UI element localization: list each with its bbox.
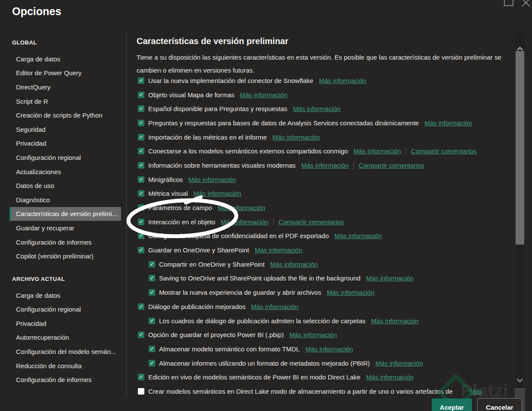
feature-checkbox[interactable]: ✓ [138, 176, 144, 183]
feature-row: ✓MinigráficosMás información [137, 172, 482, 187]
sidebar-item-carga-de-datos[interactable]: Carga de datos [10, 52, 121, 66]
sidebar-item-editor-de-power-query[interactable]: Editor de Power Query [10, 66, 121, 80]
more-info-link[interactable]: Más información [293, 105, 341, 112]
feature-checkbox[interactable]: ✓ [138, 233, 144, 239]
more-info-link[interactable]: Más información [306, 345, 353, 353]
feature-checkbox[interactable]: ✓ [138, 120, 144, 126]
feature-row: ✓Almacenar informes utilizando un format… [137, 356, 482, 370]
feature-checkbox[interactable]: ✓ [138, 190, 144, 197]
feature-checkbox[interactable]: ✓ [138, 331, 144, 338]
sidebar-item-creaci-n-de-scripts-de-python[interactable]: Creación de scripts de Python [10, 108, 121, 122]
more-info-link[interactable]: Más información [272, 134, 320, 141]
sidebar-item-configuraci-n-del-modelo-sem-n[interactable]: Configuración del modelo semán... [10, 344, 121, 359]
sidebar-item-datos-de-uso[interactable]: Datos de uso [10, 178, 121, 193]
sidebar-section-list: Carga de datosEditor de Power QueryDirec… [10, 52, 121, 263]
chevron-down-icon [516, 378, 523, 382]
feature-label: Los cuadros de diálogo de publicación ad… [159, 317, 366, 325]
feature-checkbox[interactable]: ✓ [138, 374, 144, 380]
feature-checkbox[interactable]: ✓ [149, 346, 155, 352]
link-separator [354, 162, 354, 169]
more-info-link[interactable]: Más información [194, 190, 241, 197]
feature-label: Minigráficos [148, 176, 183, 183]
sidebar-item-guardar-y-recuperar[interactable]: Guardar y recuperar [10, 221, 121, 235]
more-info-link[interactable]: Más información [270, 261, 318, 268]
sidebar-item-configuraci-n-regional[interactable]: Configuración regional [10, 303, 121, 317]
sidebar-item-configuraci-n-regional[interactable]: Configuración regional [10, 150, 121, 165]
feature-row: ✓Almacenar modelo semántico con formato … [137, 342, 482, 356]
feature-label: Objeto visual Mapa de formas [148, 91, 234, 99]
cancel-button[interactable]: Cancelar [477, 398, 522, 411]
sidebar-item-actualizaciones[interactable]: Actualizaciones [10, 165, 121, 179]
feature-checkbox[interactable]: ✓ [149, 289, 155, 296]
feature-label: Importación de las métricas en el inform… [148, 134, 267, 141]
maximize-icon[interactable] [504, 0, 513, 6]
more-info-link[interactable]: Más información [424, 119, 472, 127]
feature-label: Saving to OneDrive and SharePoint upload… [159, 274, 360, 282]
scroll-up-button[interactable] [516, 32, 524, 53]
feature-checkbox[interactable]: ✓ [138, 92, 144, 98]
sidebar-item-reducci-n-de-consulta[interactable]: Reducción de consulta [10, 359, 121, 373]
sidebar-item-script-de-r[interactable]: Script de R [10, 94, 121, 108]
more-info-link[interactable]: Más información [376, 360, 423, 367]
more-info-link[interactable]: Más información [354, 147, 401, 155]
feature-checkbox[interactable]: ✓ [138, 105, 144, 112]
sidebar-item-privacidad[interactable]: Privacidad [10, 137, 121, 151]
feature-label: Compartir en OneDrive y SharePoint [159, 261, 264, 268]
feature-checkbox[interactable]: ✓ [138, 77, 144, 84]
feature-row: ✓Los cuadros de diálogo de publicación a… [137, 314, 482, 328]
feature-checkbox[interactable]: ✓ [138, 219, 144, 225]
feature-label: Métrica visual [148, 190, 188, 197]
more-info-link[interactable]: Más información [366, 373, 414, 381]
more-info-link[interactable]: Más información [371, 317, 419, 325]
feature-checkbox[interactable]: ✓ [149, 318, 155, 324]
feature-checkbox[interactable]: ✓ [149, 360, 155, 366]
feature-row: ✓Guardar en OneDrive y SharePointMás inf… [137, 243, 482, 257]
more-info-link[interactable]: Más información [319, 77, 366, 84]
chevron-up-icon [516, 47, 523, 51]
feature-row: ✓Mostrar la nueva experiencia de guardar… [137, 285, 482, 299]
more-info-link[interactable]: Más información [255, 246, 302, 254]
sidebar-item-autorrecuperaci-n[interactable]: Autorrecuperación [10, 331, 121, 345]
feature-label: Almacenar informes utilizando un formato… [159, 360, 370, 367]
more-info-link[interactable]: Más información [240, 91, 287, 99]
sidebar-item-caracter-sticas-de-versi-n-prelimi[interactable]: Características de versión prelimi... [10, 207, 121, 221]
scrollbar-thumb[interactable] [516, 51, 524, 245]
feature-row: ✓Diálogo de publicación mejoradosMás inf… [137, 299, 482, 314]
feature-checkbox[interactable]: ✓ [138, 303, 144, 310]
feature-checkbox[interactable]: ✓ [149, 261, 155, 268]
sidebar-item-configuraci-n-de-informes[interactable]: Configuración de informes [10, 373, 121, 387]
sidebar-item-seguridad[interactable]: Seguridad [10, 122, 121, 137]
share-feedback-link[interactable]: Compartir comentarios [278, 218, 344, 226]
feature-checkbox[interactable]: ✓ [149, 275, 155, 281]
sidebar-item-privacidad[interactable]: Privacidad [10, 316, 121, 331]
sidebar-item-copilot-versi-n-preliminar[interactable]: Copilot (versión preliminar) [10, 249, 121, 263]
feature-checkbox[interactable]: ✓ [138, 134, 144, 140]
feature-checkbox[interactable]: ✓ [138, 162, 144, 169]
more-info-link[interactable]: Más información [301, 162, 349, 169]
share-feedback-link[interactable]: Compartir comentarios [359, 162, 424, 169]
feature-row: ✓Español disponible para Preguntas y res… [137, 102, 482, 116]
feature-checkbox[interactable]: ✓ [138, 204, 144, 211]
more-info-link[interactable]: Más información [251, 303, 299, 310]
feature-row: ✓Interacción en el objetoMás información… [137, 215, 482, 229]
accept-button[interactable]: Aceptar [432, 398, 472, 411]
more-info-link[interactable]: Más información [366, 274, 414, 282]
scrollbar[interactable] [516, 32, 524, 411]
more-info-link[interactable]: Más información [334, 232, 382, 239]
link-separator [273, 218, 274, 226]
share-feedback-link[interactable]: Compartir comentarios [411, 147, 477, 155]
sidebar-item-carga-de-datos[interactable]: Carga de datos [10, 288, 121, 303]
scroll-down-button[interactable] [516, 373, 524, 388]
more-info-link[interactable]: Más información [218, 204, 265, 211]
sidebar-item-directquery[interactable]: DirectQuery [10, 80, 121, 94]
sidebar-item-configuraci-n-de-informes[interactable]: Configuración de informes [10, 235, 121, 249]
feature-checkbox[interactable]: ✓ [138, 148, 144, 154]
more-info-link[interactable]: Más información [188, 176, 236, 183]
more-info-link[interactable]: Más información [221, 218, 268, 226]
feature-checkbox[interactable]: ✓ [138, 247, 144, 253]
more-info-link[interactable]: Más información [290, 331, 337, 338]
more-info-link[interactable]: Más información [327, 289, 374, 296]
feature-checkbox[interactable] [138, 388, 144, 395]
close-icon[interactable] [520, 0, 532, 8]
sidebar-item-diagn-stico[interactable]: Diagnóstico [10, 193, 121, 207]
